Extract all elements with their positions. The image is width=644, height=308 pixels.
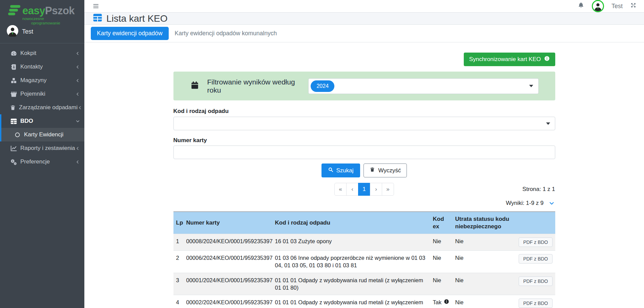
chevron-left-icon (78, 105, 83, 110)
sidebar-user-panel: Test (0, 22, 84, 43)
user-avatar-button[interactable] (592, 0, 604, 12)
kod-odpadu-label: Kod i rodzaj odpadu (173, 108, 555, 115)
year-select[interactable]: 2024 (308, 78, 538, 94)
caret-down-icon (529, 85, 533, 87)
sidebar-item-kontakty[interactable]: Kontakty (0, 60, 84, 74)
hamburger-menu-button[interactable] (92, 3, 99, 9)
table-row: 1 00008/2024/KEO/0001/959235397 16 01 03… (173, 234, 555, 251)
page-title: Lista kart KEO (106, 13, 168, 24)
last-page-button[interactable]: » (382, 183, 394, 196)
header-kod-ex: Kod ex (430, 212, 453, 234)
sidebar-group-bdo: BDO Karty Ewidencji (0, 114, 84, 141)
synchronize-keo-button[interactable]: Synchronizowanie kart KEO (464, 53, 555, 66)
chevron-left-icon (75, 92, 80, 97)
header-kod-odpadu: Kod i rodzaj odpadu (272, 212, 430, 234)
trash-icon (10, 104, 16, 111)
chevron-left-icon (75, 146, 80, 151)
gears-icon (10, 158, 17, 166)
table-row: 4 00002/2024/KEO/0001/959235397 01 01 01… (173, 295, 555, 308)
search-icon (328, 167, 333, 174)
info-icon[interactable] (444, 299, 449, 306)
chevron-down-icon (75, 119, 80, 124)
dumpster-icon (10, 91, 17, 98)
szukaj-button[interactable]: Szukaj (321, 163, 360, 177)
numer-karty-input[interactable] (173, 146, 555, 159)
topbar-user-name: Test (611, 3, 623, 10)
circle-icon (14, 132, 21, 138)
sidebar-nav: Kokpit Kontakty Magazyny (0, 43, 84, 169)
sidebar-item-bdo[interactable]: BDO (0, 114, 84, 128)
chevron-left-icon (75, 64, 80, 70)
caret-down-icon (546, 122, 550, 125)
pager: « ‹ 1 › » (334, 183, 394, 196)
kod-odpadu-select[interactable] (173, 117, 555, 130)
sidebar-item-zarzadzanie-odpadami[interactable]: Zarządzanie odpadami (0, 101, 84, 114)
table-icon (10, 118, 17, 125)
keo-table: Lp Numer karty Kod i rodzaj odpadu Kod e… (173, 211, 555, 308)
page-header: Lista kart KEO (84, 13, 644, 24)
bell-icon[interactable] (578, 2, 584, 11)
chevron-left-icon (75, 51, 80, 56)
easypszok-logo-icon (5, 3, 22, 21)
header-actions (514, 212, 555, 234)
sidebar-item-pojemniki[interactable]: Pojemniki (0, 87, 84, 101)
results-count-row: Wyniki: 1-9 z 9 (173, 200, 555, 207)
chart-line-icon (10, 145, 17, 152)
wyczysc-button[interactable]: Wyczyść (363, 163, 407, 177)
fullscreen-icon[interactable] (630, 2, 637, 10)
current-page-button[interactable]: 1 (358, 183, 370, 196)
pdf-z-bdo-button[interactable]: PDF z BDO (519, 237, 552, 247)
year-filter-bar: Filtrowanie wyników według roku 2024 (173, 72, 555, 100)
main-area: Test Lista kart KEO Karty ewidencji odpa… (84, 0, 644, 308)
sidebar: easyPszok nowoczesneoprogramowanie Test (0, 0, 84, 308)
first-page-button[interactable]: « (334, 183, 347, 196)
sidebar-item-kokpit[interactable]: Kokpit (0, 46, 84, 60)
selected-year-pill[interactable]: 2024 (311, 80, 334, 92)
header-numer-karty: Numer karty (184, 212, 272, 234)
table-icon (92, 13, 103, 24)
year-filter-label: Filtrowanie wyników według roku (207, 78, 309, 94)
speedometer-icon (10, 50, 17, 57)
next-page-button[interactable]: › (370, 183, 382, 196)
content-card: Karty ewidencji odpadów Karty ewidencji … (84, 24, 644, 308)
app-window: easyPszok nowoczesneoprogramowanie Test (0, 0, 644, 308)
results-count-label: Wyniki: 1-9 z 9 (506, 200, 543, 207)
table-header-row: Lp Numer karty Kod i rodzaj odpadu Kod e… (173, 212, 555, 234)
brand-name: easyPszok (22, 5, 75, 17)
sidebar-item-magazyny[interactable]: Magazyny (0, 74, 84, 87)
pdf-z-bdo-button[interactable]: PDF z BDO (519, 276, 552, 286)
header-lp: Lp (173, 212, 184, 234)
user-avatar (7, 25, 18, 38)
calendar-icon (190, 81, 199, 91)
brand-logo[interactable]: easyPszok nowoczesneoprogramowanie (0, 0, 84, 22)
sidebar-item-karty-ewidencji[interactable]: Karty Ewidencji (0, 128, 84, 141)
sidebar-item-preferencje[interactable]: Preferencje (0, 155, 84, 169)
prev-page-button[interactable]: ‹ (346, 183, 358, 196)
tab-bar: Karty ewidencji odpadów Karty ewidencji … (84, 25, 644, 42)
sidebar-user-name: Test (22, 28, 33, 35)
chevron-left-icon (75, 159, 80, 165)
pdf-z-bdo-button[interactable]: PDF z BDO (519, 254, 552, 264)
page-count-label: Strona: 1 z 1 (522, 186, 555, 193)
sidebar-item-raporty[interactable]: Raporty i zestawienia (0, 141, 84, 155)
pagination-row: « ‹ 1 › » Strona: 1 z 1 (173, 183, 555, 196)
chevron-left-icon (75, 78, 80, 83)
tab-karty-ewidencji-odpadow[interactable]: Karty ewidencji odpadów (91, 27, 169, 40)
table-row: 3 00001/2024/KEO/0001/959235397 01 01 01… (173, 273, 555, 295)
pdf-z-bdo-button[interactable]: PDF z BDO (519, 299, 552, 308)
numer-karty-label: Numer karty (173, 137, 555, 144)
topbar: Test (84, 0, 644, 13)
info-icon (544, 56, 550, 63)
trash-icon (370, 167, 375, 174)
header-utrata: Utrata statusu kodu niebezpiecznego (453, 212, 514, 234)
address-book-icon (10, 63, 17, 71)
cubes-icon (10, 77, 17, 84)
chevron-down-icon[interactable] (549, 200, 555, 206)
tab-karty-ewidencji-odpadow-komunalnych[interactable]: Karty ewidencji odpadów komunalnych (169, 27, 283, 40)
card-body: Synchronizowanie kart KEO Filtrowanie wy… (173, 42, 555, 308)
table-row: 2 00006/2024/KEO/0001/959235397 01 03 06… (173, 251, 555, 273)
